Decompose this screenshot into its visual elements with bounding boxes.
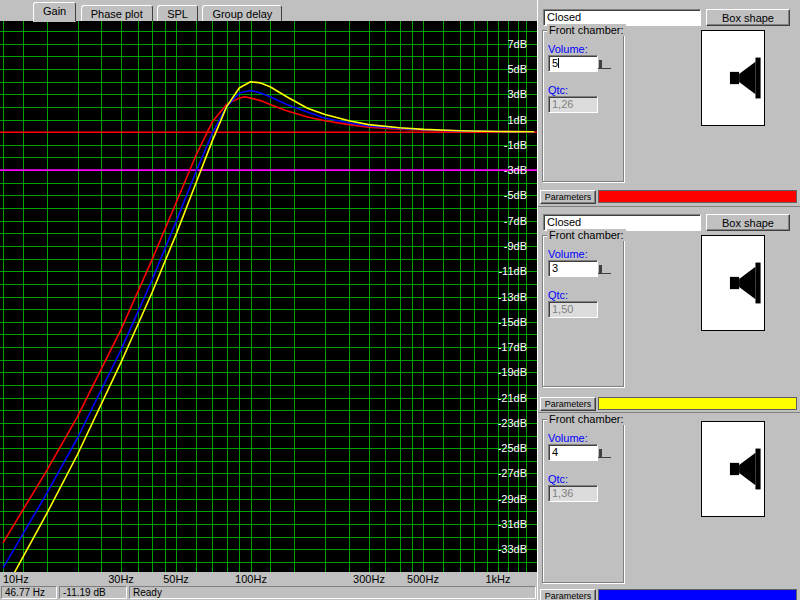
- slider-thumb[interactable]: [599, 60, 602, 68]
- slider-thumb[interactable]: [599, 449, 602, 457]
- svg-text:-13dB: -13dB: [498, 291, 527, 303]
- plot-tabbar: Gain Phase plot SPL Group delay: [0, 0, 537, 21]
- svg-text:-19dB: -19dB: [498, 366, 527, 378]
- app-window: Gain Phase plot SPL Group delay 7dB5dB3d…: [0, 0, 800, 600]
- qtc-label: Qtc:: [548, 473, 568, 485]
- svg-text:-5dB: -5dB: [504, 189, 527, 201]
- svg-text:-17dB: -17dB: [498, 341, 527, 353]
- qtc-label: Qtc:: [548, 289, 568, 301]
- volume-input[interactable]: 5: [548, 55, 598, 72]
- svg-text:-31dB: -31dB: [498, 518, 527, 530]
- svg-text:-33dB: -33dB: [498, 543, 527, 555]
- qtc-label: Qtc:: [548, 84, 568, 96]
- tab-spl[interactable]: SPL: [157, 5, 198, 22]
- curve-color-bar: [598, 589, 797, 600]
- box-shape-image: [701, 421, 765, 517]
- slider-thumb[interactable]: [599, 265, 602, 273]
- volume-label: Volume:: [548, 432, 588, 444]
- parameters-button[interactable]: Parameters: [540, 190, 596, 204]
- svg-text:-15dB: -15dB: [498, 316, 527, 328]
- enclosure-type-value: Closed: [547, 11, 581, 23]
- qtc-value: 1,26: [552, 98, 573, 110]
- speaker-driver-icon: [702, 422, 764, 516]
- volume-slider[interactable]: [598, 264, 611, 274]
- svg-text:5dB: 5dB: [507, 63, 527, 75]
- svg-text:-1dB: -1dB: [504, 139, 527, 151]
- svg-text:-23dB: -23dB: [498, 417, 527, 429]
- speaker-driver-icon: [702, 31, 764, 125]
- box-shape-image: [701, 235, 765, 331]
- status-cursor-frequency: 46.77 Hz: [1, 586, 57, 599]
- svg-text:-29dB: -29dB: [498, 493, 527, 505]
- text-cursor: [558, 58, 559, 68]
- group-title: Front chamber:: [547, 229, 626, 241]
- box-shape-button[interactable]: Box shape: [706, 214, 790, 231]
- svg-text:-11dB: -11dB: [498, 265, 527, 277]
- box-shape-button[interactable]: Box shape: [706, 9, 790, 26]
- volume-label: Volume:: [548, 248, 588, 260]
- qtc-field: 1,26: [548, 96, 598, 113]
- x-axis-tick: 10Hz: [3, 572, 29, 586]
- x-axis-tick: 1kHz: [485, 572, 510, 586]
- parameters-button[interactable]: Parameters: [540, 397, 596, 411]
- box-panel-1: Closed Box shape Front chamber: Volume: …: [538, 2, 800, 204]
- speaker-driver-icon: [702, 236, 764, 330]
- gain-chart[interactable]: 7dB5dB3dB1dB-1dB-3dB-5dB-7dB-9dB-11dB-13…: [0, 21, 537, 572]
- box-panel-3: Front chamber: Volume: 4 Qtc: 1,36 Param…: [538, 412, 800, 600]
- volume-input[interactable]: 3: [548, 260, 598, 277]
- tab-gain[interactable]: Gain: [33, 2, 76, 22]
- qtc-field: 1,50: [548, 301, 598, 318]
- tab-group-delay[interactable]: Group delay: [202, 5, 282, 22]
- curve-color-bar: [598, 190, 797, 203]
- box-panels: Closed Box shape Front chamber: Volume: …: [537, 0, 800, 600]
- x-axis-tick: 500Hz: [407, 572, 439, 586]
- svg-text:-21dB: -21dB: [498, 392, 527, 404]
- status-bar: 46.77 Hz -11.19 dB Ready: [0, 586, 537, 600]
- qtc-value: 1,36: [552, 487, 573, 499]
- qtc-value: 1,50: [552, 303, 573, 315]
- svg-text:-27dB: -27dB: [498, 467, 527, 479]
- x-axis-labels: 10Hz30Hz50Hz100Hz300Hz500Hz1kHz: [0, 572, 537, 586]
- volume-slider[interactable]: [598, 448, 611, 458]
- x-axis-tick: 30Hz: [108, 572, 134, 586]
- volume-input[interactable]: 4: [548, 444, 598, 461]
- svg-text:-3dB: -3dB: [504, 164, 527, 176]
- qtc-field: 1,36: [548, 485, 598, 502]
- svg-text:3dB: 3dB: [507, 88, 527, 100]
- svg-text:1dB: 1dB: [507, 114, 527, 126]
- volume-value: 3: [552, 262, 558, 274]
- box-shape-image: [701, 30, 765, 126]
- plot-pane: Gain Phase plot SPL Group delay 7dB5dB3d…: [0, 0, 537, 600]
- svg-text:-7dB: -7dB: [504, 215, 527, 227]
- status-cursor-level: -11.19 dB: [59, 586, 127, 599]
- group-title: Front chamber:: [547, 24, 626, 36]
- svg-text:7dB: 7dB: [507, 38, 527, 50]
- volume-value: 4: [552, 446, 558, 458]
- x-axis-tick: 300Hz: [353, 572, 385, 586]
- x-axis-tick: 100Hz: [235, 572, 267, 586]
- x-axis-tick: 50Hz: [163, 572, 189, 586]
- enclosure-type-value: Closed: [547, 216, 581, 228]
- box-panel-2: Closed Box shape Front chamber: Volume: …: [538, 206, 800, 411]
- tab-phase-plot[interactable]: Phase plot: [81, 5, 153, 22]
- parameters-button[interactable]: Parameters: [540, 589, 596, 600]
- volume-label: Volume:: [548, 43, 588, 55]
- group-title: Front chamber:: [547, 413, 626, 425]
- status-message: Ready: [129, 586, 536, 599]
- svg-text:-9dB: -9dB: [504, 240, 527, 252]
- svg-text:-25dB: -25dB: [498, 442, 527, 454]
- curve-color-bar: [598, 397, 797, 410]
- volume-slider[interactable]: [598, 59, 611, 69]
